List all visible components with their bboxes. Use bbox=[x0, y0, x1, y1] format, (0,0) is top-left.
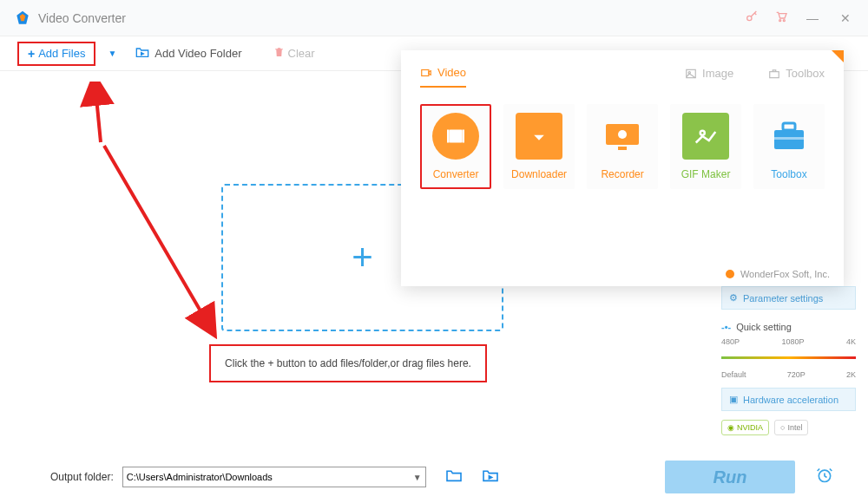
alarm-button[interactable] bbox=[816, 467, 833, 487]
titlebar: Video Converter — ✕ bbox=[0, 0, 868, 36]
toolbox-icon bbox=[769, 120, 809, 153]
plus-icon: + bbox=[28, 47, 35, 61]
tool-converter[interactable]: Converter bbox=[420, 104, 491, 189]
add-files-button[interactable]: + Add Files bbox=[17, 42, 95, 66]
popup-footer: WonderFox Soft, Inc. bbox=[725, 269, 830, 279]
quick-setting-slider[interactable] bbox=[721, 346, 856, 367]
key-icon[interactable] bbox=[745, 10, 759, 27]
svg-point-1 bbox=[779, 19, 781, 21]
clear-button[interactable]: Clear bbox=[266, 42, 322, 64]
video-tab-icon bbox=[420, 67, 432, 79]
cart-icon[interactable] bbox=[774, 10, 788, 27]
tool-gif-maker[interactable]: GIF Maker bbox=[670, 104, 741, 189]
downloader-icon bbox=[527, 124, 551, 148]
bottom-bar: Output folder: C:\Users\Administrator\Do… bbox=[0, 460, 868, 494]
svg-rect-17 bbox=[783, 123, 795, 130]
run-button[interactable]: Run bbox=[665, 461, 795, 493]
svg-rect-11 bbox=[463, 130, 465, 143]
tab-toolbox[interactable]: Toolbox bbox=[768, 66, 825, 88]
open-folder-button[interactable] bbox=[445, 468, 463, 486]
dropzone-plus-icon: + bbox=[352, 237, 373, 278]
output-folder-path: C:\Users\Administrator\Downloads bbox=[127, 472, 273, 482]
annotation-arrow-1 bbox=[78, 82, 226, 342]
svg-point-19 bbox=[726, 270, 734, 278]
close-button[interactable]: ✕ bbox=[837, 11, 854, 25]
output-folder-label: Output folder: bbox=[50, 471, 114, 483]
svg-rect-10 bbox=[447, 130, 450, 143]
add-folder-button[interactable]: Add Video Folder bbox=[128, 42, 248, 64]
add-files-dropdown-caret[interactable]: ▼ bbox=[108, 49, 116, 58]
tool-downloader[interactable]: Downloader bbox=[503, 104, 575, 189]
app-title: Video Converter bbox=[38, 11, 126, 25]
minimize-button[interactable]: — bbox=[804, 11, 821, 25]
toolbox-tab-icon bbox=[768, 68, 780, 80]
tool-recorder[interactable]: Recorder bbox=[587, 104, 658, 189]
svg-rect-13 bbox=[618, 147, 627, 150]
quick-setting-ticks-bottom: Default 720P 2K bbox=[721, 370, 856, 379]
converter-icon bbox=[443, 123, 469, 149]
popup-corner-icon bbox=[832, 50, 844, 62]
clear-label: Clear bbox=[288, 47, 315, 60]
svg-point-2 bbox=[783, 19, 785, 21]
svg-rect-5 bbox=[422, 69, 429, 75]
dropzone-hint: Click the + button to add files/folder,o… bbox=[209, 344, 487, 382]
hw-vendor-badges: ◉NVIDIA ○Intel bbox=[721, 420, 856, 435]
open-video-folder-button[interactable] bbox=[482, 468, 499, 486]
svg-rect-18 bbox=[774, 137, 804, 140]
tools-popup: Video Image Toolbox Converter Downloader… bbox=[401, 50, 844, 286]
app-logo-icon bbox=[14, 10, 31, 27]
svg-point-15 bbox=[700, 131, 705, 135]
chip-icon: ▣ bbox=[729, 394, 738, 405]
popup-tabs: Video Image Toolbox bbox=[420, 66, 825, 88]
add-files-label: Add Files bbox=[38, 47, 85, 60]
quick-setting-ticks-top: 480P 1080P 4K bbox=[721, 337, 856, 346]
quick-setting-label: -•- Quick setting bbox=[721, 318, 856, 337]
nvidia-eye-icon: ◉ bbox=[727, 423, 734, 432]
folder-video-icon bbox=[135, 46, 149, 61]
add-folder-label: Add Video Folder bbox=[155, 47, 241, 60]
hardware-accel-button[interactable]: ▣ Hardware acceleration bbox=[721, 388, 856, 411]
image-tab-icon bbox=[685, 68, 697, 80]
wonderfox-logo-icon bbox=[725, 269, 735, 279]
svg-point-0 bbox=[747, 16, 752, 20]
svg-rect-9 bbox=[450, 130, 463, 143]
gif-icon bbox=[693, 123, 719, 149]
output-folder-select[interactable]: C:\Users\Administrator\Downloads ▼ bbox=[122, 467, 426, 487]
trash-icon bbox=[273, 46, 285, 61]
svg-line-3 bbox=[95, 88, 101, 142]
sliders-icon: ⚙ bbox=[729, 292, 738, 304]
svg-point-14 bbox=[618, 130, 627, 139]
svg-line-4 bbox=[104, 146, 208, 324]
intel-badge: ○Intel bbox=[774, 420, 808, 435]
parameter-settings-button[interactable]: ⚙ Parameter settings bbox=[721, 286, 856, 310]
svg-rect-8 bbox=[770, 71, 779, 77]
dropzone-hint-text: Click the + button to add files/folder,o… bbox=[225, 357, 471, 369]
nvidia-badge: ◉NVIDIA bbox=[721, 420, 769, 435]
tab-image[interactable]: Image bbox=[685, 66, 733, 88]
chevron-down-icon: ▼ bbox=[413, 473, 422, 482]
intel-circle-icon: ○ bbox=[780, 423, 785, 432]
quick-setting-icon: -•- bbox=[721, 322, 731, 332]
tool-grid: Converter Downloader Recorder GIF Maker … bbox=[420, 104, 825, 189]
tool-toolbox[interactable]: Toolbox bbox=[753, 104, 825, 189]
tab-video[interactable]: Video bbox=[420, 66, 466, 88]
recorder-icon bbox=[602, 119, 642, 154]
right-sidebar: ⚙ Parameter settings -•- Quick setting 4… bbox=[721, 286, 856, 435]
parameter-settings-label: Parameter settings bbox=[743, 293, 823, 304]
